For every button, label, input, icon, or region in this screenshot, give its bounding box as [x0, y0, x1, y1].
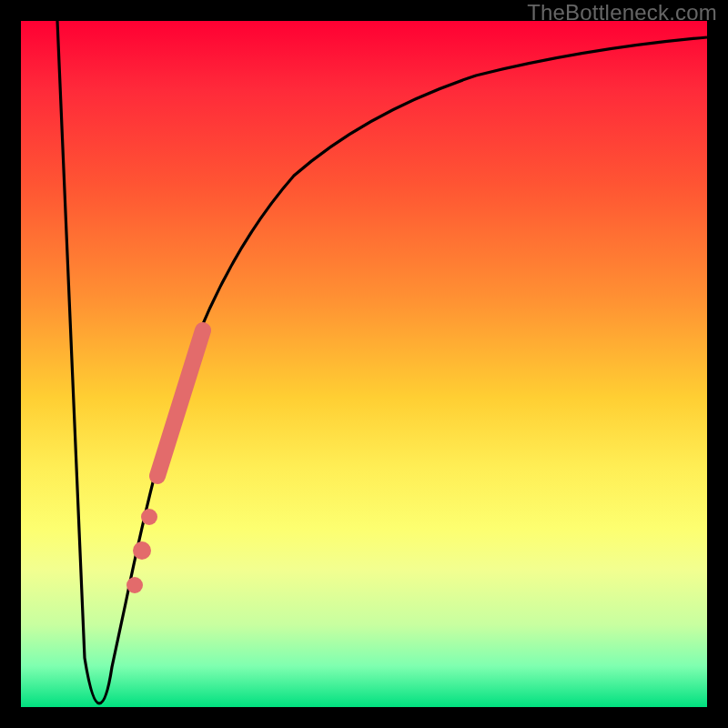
chart-frame: TheBottleneck.com: [0, 0, 728, 728]
bottleneck-curve-path: [57, 21, 707, 703]
highlight-segment: [157, 330, 203, 476]
curve-svg: [21, 21, 707, 707]
marker-dot-2: [133, 541, 151, 560]
marker-dot-3: [126, 577, 143, 593]
marker-dot-1: [141, 509, 157, 525]
plot-area: [21, 21, 707, 707]
